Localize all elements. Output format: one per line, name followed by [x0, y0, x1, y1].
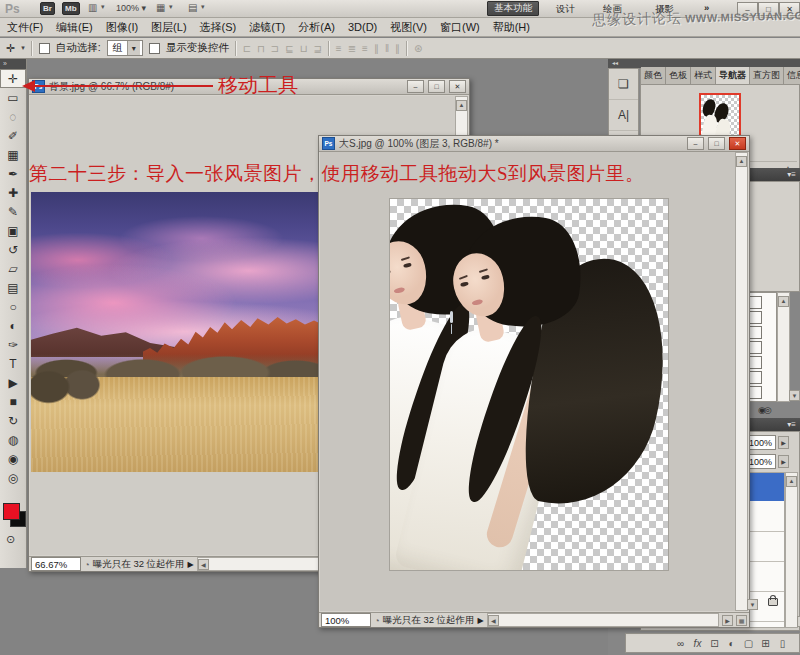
- tab-info[interactable]: 信息: [784, 67, 800, 84]
- resize-grip-icon[interactable]: ▦: [736, 615, 747, 626]
- hand-tool[interactable]: ◉: [0, 449, 26, 468]
- status-expand-icon[interactable]: ▶: [188, 560, 194, 569]
- das-vertical-scrollbar[interactable]: ▲ ▼: [735, 152, 748, 611]
- eraser-tool[interactable]: ▱: [0, 259, 26, 278]
- marquee-tool[interactable]: ▭: [0, 88, 26, 107]
- menu-layer[interactable]: 图层(L): [151, 20, 186, 35]
- layers-scrollbar[interactable]: ▲ ▼: [785, 472, 798, 628]
- crop-tool[interactable]: ▦: [0, 145, 26, 164]
- zoom-tool[interactable]: ◎: [0, 468, 26, 487]
- layer-mask-icon[interactable]: ⊡: [706, 638, 723, 649]
- align-hcenter-icon[interactable]: ⊓: [257, 43, 265, 54]
- tool-preset-arrow-icon[interactable]: ▾: [21, 44, 25, 52]
- masks-panel-icon[interactable]: ◉◎: [758, 405, 770, 415]
- das-maximize-button[interactable]: □: [708, 137, 725, 150]
- bg-maximize-button[interactable]: □: [428, 80, 445, 93]
- scroll-up-icon[interactable]: ▲: [778, 296, 789, 307]
- tab-swatches[interactable]: 色板: [666, 67, 691, 84]
- brush-tool[interactable]: ✎: [0, 202, 26, 221]
- bg-window-titlebar[interactable]: Ps 背景.jpg @ 66.7% (RGB/8#) – □ ✕: [29, 79, 469, 95]
- bg-close-button[interactable]: ✕: [449, 80, 466, 93]
- tab-styles[interactable]: 样式: [691, 67, 716, 84]
- menu-view[interactable]: 视图(V): [390, 20, 427, 35]
- align-top-icon[interactable]: ⊑: [285, 43, 293, 54]
- delete-layer-icon[interactable]: ▯: [774, 638, 791, 649]
- app-maximize-button[interactable]: □: [758, 2, 779, 16]
- zoom-level-dropdown[interactable]: 100% ▾: [116, 3, 146, 13]
- distribute-bottom-icon[interactable]: ≡: [362, 43, 368, 54]
- minibridge-button[interactable]: Mb: [62, 2, 80, 15]
- das-horizontal-scrollbar[interactable]: ◀: [487, 613, 719, 627]
- healing-brush-tool[interactable]: ✚: [0, 183, 26, 202]
- arrange-dropdown-arrow-icon[interactable]: ▾: [201, 3, 205, 11]
- preset-item[interactable]: [749, 296, 762, 309]
- preset-item[interactable]: [749, 341, 762, 354]
- auto-select-dropdown[interactable]: 组 ▾: [107, 40, 143, 56]
- menu-window[interactable]: 窗口(W): [440, 20, 480, 35]
- layer-group-icon[interactable]: ▢: [740, 638, 757, 649]
- menu-help[interactable]: 帮助(H): [493, 20, 530, 35]
- panel-menu-icon[interactable]: ▾≡: [787, 420, 796, 429]
- panel-menu-icon[interactable]: ▾≡: [787, 170, 796, 179]
- scroll-up-icon[interactable]: ▲: [736, 156, 747, 167]
- bridge-button[interactable]: Br: [40, 2, 55, 15]
- preset-item[interactable]: [749, 326, 762, 339]
- shape-tool[interactable]: ■: [0, 392, 26, 411]
- menu-select[interactable]: 选择(S): [200, 20, 237, 35]
- das-zoom-field[interactable]: 100%: [321, 613, 371, 627]
- preset-item[interactable]: [749, 371, 762, 384]
- tab-color[interactable]: 颜色: [641, 67, 666, 84]
- distribute-top-icon[interactable]: ≡: [336, 43, 342, 54]
- blur-tool[interactable]: ○: [0, 297, 26, 316]
- presets-scrollbar[interactable]: ▲ ▼: [777, 292, 790, 402]
- scroll-up-icon[interactable]: ▲: [456, 100, 467, 111]
- pen-tool[interactable]: ✑: [0, 335, 26, 354]
- view-options-icon[interactable]: ▦: [156, 2, 165, 13]
- rotate-3d-tool[interactable]: ↻: [0, 411, 26, 430]
- link-layers-icon[interactable]: ∞: [672, 638, 689, 649]
- align-right-icon[interactable]: ⊐: [271, 43, 279, 54]
- menu-analysis[interactable]: 分析(A): [298, 20, 335, 35]
- foreground-color-swatch[interactable]: [3, 503, 20, 520]
- scroll-up-icon[interactable]: ▲: [786, 476, 797, 487]
- menu-file[interactable]: 文件(F): [7, 20, 43, 35]
- opacity-spinner-icon[interactable]: ▶: [778, 436, 789, 449]
- gradient-tool[interactable]: ▤: [0, 278, 26, 297]
- status-expand-icon[interactable]: ▶: [478, 616, 484, 625]
- scroll-down-icon[interactable]: ▼: [747, 599, 758, 610]
- preset-item[interactable]: [749, 311, 762, 324]
- distribute-hcenter-icon[interactable]: ‖: [385, 43, 389, 54]
- distribute-left-icon[interactable]: ∥: [374, 43, 379, 54]
- preset-item[interactable]: [749, 356, 762, 369]
- preset-item[interactable]: [749, 386, 762, 399]
- tab-histogram[interactable]: 直方图: [750, 67, 784, 84]
- bg-minimize-button[interactable]: –: [407, 80, 424, 93]
- das-close-button[interactable]: ✕: [729, 137, 746, 150]
- menu-filter[interactable]: 滤镜(T): [249, 20, 285, 35]
- workspace-photo-button[interactable]: 摄影: [655, 3, 674, 16]
- distribute-right-icon[interactable]: ∥: [395, 43, 400, 54]
- scroll-down-icon[interactable]: ▼: [789, 390, 800, 401]
- fill-spinner-icon[interactable]: ▶: [778, 455, 789, 468]
- adjustment-layer-icon[interactable]: ◐: [723, 638, 740, 649]
- move-tool[interactable]: ✛: [0, 69, 26, 88]
- workspace-overflow-button[interactable]: »: [704, 2, 709, 13]
- distribute-vcenter-icon[interactable]: ≣: [348, 43, 356, 54]
- scroll-left-icon[interactable]: ◀: [488, 615, 499, 626]
- tools-panel-collapse-icon[interactable]: »: [0, 59, 26, 69]
- das-canvas[interactable]: [389, 198, 669, 571]
- workspace-design-button[interactable]: 设计: [556, 3, 575, 16]
- das-minimize-button[interactable]: –: [687, 137, 704, 150]
- lasso-tool[interactable]: ◌: [0, 107, 26, 126]
- layer-style-icon[interactable]: fx: [689, 638, 706, 649]
- orbit-3d-tool[interactable]: ◍: [0, 430, 26, 449]
- guides-menu-icon[interactable]: ▥: [88, 2, 97, 13]
- align-vcenter-icon[interactable]: ⊔: [300, 43, 308, 54]
- new-layer-icon[interactable]: ⊞: [757, 638, 774, 649]
- dodge-tool[interactable]: ◐: [0, 316, 26, 335]
- eyedropper-tool[interactable]: ✒: [0, 164, 26, 183]
- align-bottom-icon[interactable]: ⊒: [313, 43, 321, 54]
- menu-3d[interactable]: 3D(D): [348, 21, 377, 33]
- das-window-titlebar[interactable]: Ps 大S.jpg @ 100% (图层 3, RGB/8#) * – □ ✕: [319, 136, 749, 152]
- menu-image[interactable]: 图像(I): [106, 20, 138, 35]
